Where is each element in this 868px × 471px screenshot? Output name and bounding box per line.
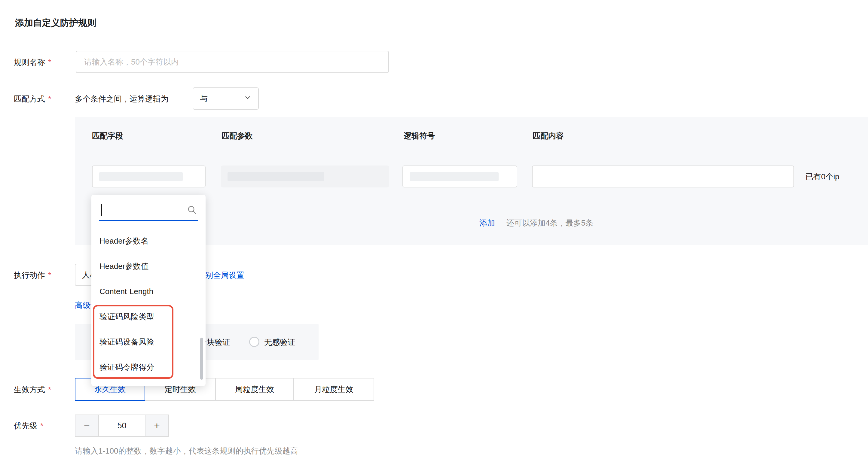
add-custom-rule-page: 添加自定义防护规则 规则名称* 匹配方式* 多个条件之间，运算逻辑为 与 匹配字… [0, 0, 868, 471]
priority-label: 优先级* [14, 420, 43, 431]
required-asterisk: * [48, 94, 51, 103]
text-caret [101, 204, 102, 216]
match-mode-label: 匹配方式* [14, 94, 51, 104]
priority-hint-text: 请输入1-100的整数，数字越小，代表这条规则的执行优先级越高 [75, 446, 298, 456]
dropdown-option-header-param-value[interactable]: Header参数值 [91, 254, 206, 279]
dropdown-scrollbar-thumb[interactable] [200, 338, 203, 380]
column-header-match-field: 匹配字段 [92, 131, 123, 141]
action-label-text: 执行动作 [14, 271, 45, 280]
rule-name-label: 规则名称* [14, 57, 51, 68]
dropdown-option-header-param-name[interactable]: Header参数名 [91, 228, 206, 254]
radio-seamless-verify[interactable] [249, 337, 259, 347]
required-asterisk: * [48, 385, 51, 394]
column-header-logic-symbol: 逻辑符号 [404, 131, 435, 141]
logic-prefix-text: 多个条件之间，运算逻辑为 [75, 94, 168, 104]
page-title: 添加自定义防护规则 [15, 17, 96, 29]
rule-name-input[interactable] [76, 51, 389, 73]
skeleton-bar [227, 172, 324, 181]
skeleton-bar [410, 172, 499, 181]
action-label: 执行动作* [14, 270, 51, 280]
ip-count-text: 已有0个ip [805, 171, 839, 182]
rule-name-label-text: 规则名称 [14, 58, 45, 67]
skeleton-bar [99, 172, 183, 181]
priority-value-input[interactable]: 50 [98, 414, 146, 437]
required-asterisk: * [40, 421, 43, 430]
match-mode-label-text: 匹配方式 [14, 94, 45, 103]
add-condition-link[interactable]: 添加 [479, 218, 495, 228]
effective-mode-label-text: 生效方式 [14, 385, 45, 394]
match-field-dropdown: Header参数名 Header参数值 Content-Length 验证码风险… [91, 195, 206, 386]
dropdown-option-captcha-token-score[interactable]: 验证码令牌得分 [91, 355, 206, 380]
required-asterisk: * [48, 58, 51, 67]
match-content-input[interactable] [532, 166, 794, 188]
logic-operator-value: 与 [200, 93, 208, 104]
column-header-match-content: 匹配内容 [533, 131, 564, 141]
dropdown-option-captcha-device-risk[interactable]: 验证码设备风险 [91, 329, 206, 355]
required-asterisk: * [48, 271, 51, 280]
logic-operator-select[interactable]: 与 [193, 88, 259, 110]
chevron-down-icon [244, 94, 252, 104]
effective-mode-label: 生效方式* [14, 384, 51, 395]
dropdown-option-content-length[interactable]: Content-Length [91, 279, 206, 304]
increase-button[interactable]: + [145, 414, 169, 437]
column-header-match-param: 匹配参数 [221, 131, 253, 141]
priority-stepper: − 50 + [75, 414, 169, 437]
dropdown-search-input[interactable] [99, 199, 198, 221]
add-condition-hint: 还可以添加4条，最多5条 [506, 218, 593, 228]
match-param-select-disabled[interactable] [221, 166, 389, 188]
dropdown-options-list: Header参数名 Header参数值 Content-Length 验证码风险… [91, 228, 206, 380]
tab-weekly[interactable]: 周粒度生效 [215, 378, 294, 401]
logic-symbol-select[interactable] [402, 166, 517, 188]
priority-label-text: 优先级 [14, 421, 37, 430]
radio-seamless-verify-label: 无感验证 [264, 337, 296, 347]
decrease-button[interactable]: − [75, 414, 99, 437]
dropdown-option-captcha-risk-type[interactable]: 验证码风险类型 [91, 304, 206, 329]
tab-monthly[interactable]: 月粒度生效 [293, 378, 374, 401]
match-field-select[interactable] [92, 166, 206, 188]
search-icon [187, 205, 197, 215]
